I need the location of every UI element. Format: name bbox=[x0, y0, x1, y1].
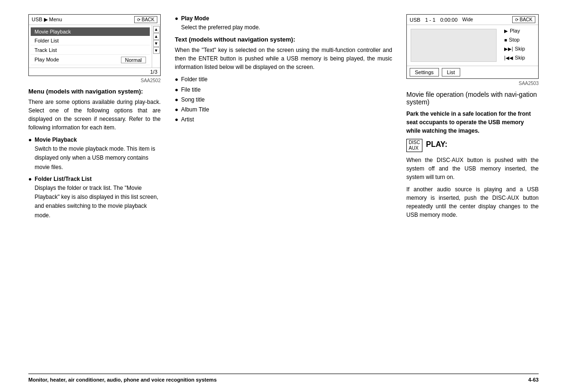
center-bullet-play-mode: ● Play Mode Select the preferred play mo… bbox=[175, 14, 392, 32]
menu-item-movie-playback[interactable]: Movie Playback bbox=[31, 27, 150, 36]
play-mode-value: Normal bbox=[121, 57, 146, 63]
play-mode-heading: Play Mode bbox=[181, 15, 209, 22]
album-title-text: Album Title bbox=[181, 105, 209, 114]
stop-ctrl-label: Stop bbox=[509, 37, 520, 43]
c-dot-3: ● bbox=[175, 95, 178, 104]
bullet-song-title: ● Song title bbox=[175, 95, 392, 104]
text-body: When the "Text" key is selected on the s… bbox=[175, 46, 392, 71]
screen-bottom-right: Settings List bbox=[407, 66, 538, 78]
list-btn[interactable]: List bbox=[442, 68, 460, 77]
menu-item-track-list[interactable]: Track List bbox=[31, 46, 150, 55]
back-button-left[interactable]: ⟳ BACK bbox=[134, 16, 157, 23]
screen-right-body: ▶ Play ■ Stop ▶▶| Skip |◀◀ bbox=[407, 25, 538, 66]
menu-item-play-mode[interactable]: Play Mode Normal bbox=[31, 55, 150, 65]
play-mode-section: Play Mode Select the preferred play mode… bbox=[181, 14, 260, 32]
saa-label-left: SAA2502 bbox=[28, 78, 161, 83]
song-title-text: Song title bbox=[181, 95, 205, 104]
bullet-dot-2: ● bbox=[28, 175, 32, 220]
usb-menu-label: USB ▶ Menu bbox=[32, 17, 62, 23]
play-ctrl-label: Play bbox=[510, 28, 520, 34]
video-area bbox=[411, 29, 497, 62]
bullet-dot-1: ● bbox=[28, 136, 32, 172]
artist-text: Artist bbox=[181, 115, 194, 124]
folder-list-label: Folder List bbox=[34, 38, 59, 43]
left-heading: Menu (models with navigation system): bbox=[28, 88, 161, 95]
c-dot-5: ● bbox=[175, 115, 178, 124]
back-arrow-icon: ⟳ bbox=[137, 17, 141, 22]
c-dot-2: ● bbox=[175, 85, 178, 94]
time-display: 0:00:00 bbox=[440, 17, 458, 23]
screen-mockup-right: USB 1 - 1 0:00:00 Wide ⟳ BACK bbox=[406, 14, 539, 79]
skip-back-label: Skip bbox=[515, 55, 525, 60]
settings-btn[interactable]: Settings bbox=[410, 68, 439, 77]
screen-controls: ▶ Play ■ Stop ▶▶| Skip |◀◀ bbox=[500, 25, 538, 66]
skip-fwd-label: Skip bbox=[515, 46, 525, 51]
screen-menu: Movie Playback Folder List Track List Pl… bbox=[29, 25, 152, 68]
screen-header-left: USB ▶ Menu ⟳ BACK bbox=[29, 15, 160, 25]
stop-ctrl-btn[interactable]: ■ Stop bbox=[502, 36, 536, 43]
menu-item-folder-list[interactable]: Folder List bbox=[31, 36, 150, 45]
left-column: USB ▶ Menu ⟳ BACK Movie Playback Folder … bbox=[28, 14, 161, 369]
text-heading: Text (models without navigation system): bbox=[175, 36, 392, 43]
scroll-up-btn[interactable]: ▲ bbox=[153, 26, 160, 33]
right-bold-text: Park the vehicle in a safe location for … bbox=[406, 110, 539, 135]
right-heading: Movie file operation (models with navi-g… bbox=[406, 91, 539, 106]
bullet-movie-playback: ● Movie Playback Switch to the movie pla… bbox=[28, 136, 161, 172]
bullet-folder-track: ● Folder List/Track List Displays the fo… bbox=[28, 175, 161, 220]
right-column: USB 1 - 1 0:00:00 Wide ⟳ BACK bbox=[406, 14, 539, 369]
back-arrow-icon-right: ⟳ bbox=[515, 17, 519, 22]
movie-playback-label: Movie Playback bbox=[34, 29, 71, 34]
disc-aux-badge: DISC AUX bbox=[406, 139, 422, 152]
screen-video-container bbox=[407, 25, 500, 66]
scroll-down-btn[interactable]: ▼ bbox=[153, 40, 160, 47]
right-body2: If another audio source is playing and a… bbox=[406, 185, 539, 219]
c-dot-1: ● bbox=[175, 75, 178, 84]
screen-footer-left: 1/3 bbox=[29, 68, 160, 76]
main-content: USB ▶ Menu ⟳ BACK Movie Playback Folder … bbox=[28, 14, 539, 369]
bullet-folder-title: ● Folder title bbox=[175, 75, 392, 84]
right-body1: When the DISC·AUX button is pushed with … bbox=[406, 156, 539, 181]
screen-mockup-left: USB ▶ Menu ⟳ BACK Movie Playback Folder … bbox=[28, 14, 161, 76]
bullet-movie-playback-content: Movie Playback Switch to the movie playb… bbox=[34, 136, 161, 172]
wide-label: Wide bbox=[462, 17, 473, 23]
footer-text: Monitor, heater, air conditioner, audio,… bbox=[28, 377, 217, 383]
screen-body-left: Movie Playback Folder List Track List Pl… bbox=[29, 25, 160, 68]
c-dot-4: ● bbox=[175, 105, 178, 114]
list-label: List bbox=[447, 69, 455, 75]
center-bullets: ● Folder title ● File title ● Song title… bbox=[175, 75, 392, 124]
disc-label: DISC bbox=[409, 140, 420, 145]
back-label: BACK bbox=[142, 17, 155, 22]
play-mode-desc: Select the preferred play mode. bbox=[181, 24, 260, 31]
movie-playback-text: Switch to the movie playback mode. This … bbox=[34, 145, 155, 170]
scroll-up2-btn[interactable]: ▲ bbox=[153, 33, 160, 40]
screen-header-right: USB 1 - 1 0:00:00 Wide ⟳ BACK bbox=[407, 15, 538, 25]
stop-icon: ■ bbox=[504, 37, 507, 43]
scrollbar-left: ▲ ▲ ▼ ▼ bbox=[152, 25, 160, 68]
skip-fwd-ctrl-btn[interactable]: ▶▶| Skip bbox=[502, 45, 536, 52]
movie-playback-heading: Movie Playback bbox=[34, 136, 77, 143]
play-icon: ▶ bbox=[504, 28, 508, 34]
back-button-right[interactable]: ⟳ BACK bbox=[512, 16, 535, 23]
skip-back-icon: |◀◀ bbox=[504, 55, 513, 60]
page-container: USB ▶ Menu ⟳ BACK Movie Playback Folder … bbox=[0, 0, 567, 392]
center-column: ● Play Mode Select the preferred play mo… bbox=[170, 14, 397, 369]
bullet-file-title: ● File title bbox=[175, 85, 392, 94]
folder-track-text: Displays the folder or track list. The "… bbox=[34, 185, 158, 219]
bullet-artist: ● Artist bbox=[175, 115, 392, 124]
file-title-text: File title bbox=[181, 85, 200, 94]
usb-info: USB 1 - 1 0:00:00 Wide bbox=[410, 17, 473, 23]
usb-label: USB bbox=[410, 17, 421, 23]
aux-label: AUX bbox=[409, 145, 420, 151]
saa-label-right: SAA2503 bbox=[406, 81, 539, 86]
play-mode-label: Play Mode bbox=[34, 57, 59, 63]
back-label-right: BACK bbox=[520, 17, 533, 22]
disc-play-section: DISC AUX PLAY: bbox=[406, 139, 539, 152]
track-list-label: Track List bbox=[34, 47, 57, 53]
scroll-down2-btn[interactable]: ▼ bbox=[153, 47, 160, 54]
play-ctrl-btn[interactable]: ▶ Play bbox=[502, 27, 536, 34]
skip-fwd-icon: ▶▶| bbox=[504, 46, 513, 51]
skip-back-ctrl-btn[interactable]: |◀◀ Skip bbox=[502, 54, 536, 61]
bullet-album-title: ● Album Title bbox=[175, 105, 392, 114]
left-body: There are some options available during … bbox=[28, 98, 161, 132]
folder-title-text: Folder title bbox=[181, 75, 207, 84]
